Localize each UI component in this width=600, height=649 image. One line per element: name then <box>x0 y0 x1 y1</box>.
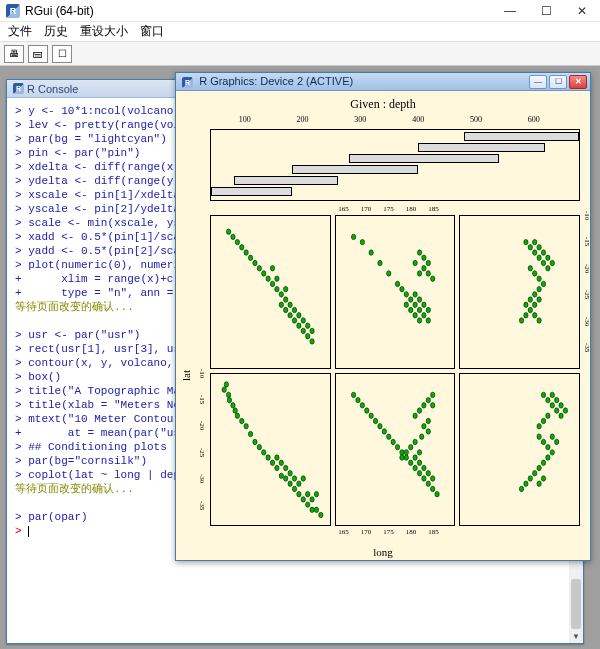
svg-point-52 <box>417 271 421 276</box>
svg-point-184 <box>529 475 533 480</box>
svg-point-135 <box>408 460 412 465</box>
svg-point-142 <box>426 480 430 485</box>
svg-point-99 <box>266 454 270 459</box>
svg-point-164 <box>550 402 554 407</box>
svg-point-133 <box>399 449 403 454</box>
graphics-window[interactable]: R R Graphics: Device 2 (ACTIVE) — ☐ ✕ Gi… <box>175 72 591 561</box>
svg-point-41 <box>408 307 412 312</box>
save-icon[interactable]: 🖴 <box>28 45 48 63</box>
svg-point-132 <box>395 444 399 449</box>
svg-point-49 <box>421 302 425 307</box>
svg-point-185 <box>537 480 541 485</box>
svg-point-48 <box>421 313 425 318</box>
svg-point-156 <box>413 413 417 418</box>
svg-point-119 <box>284 465 288 470</box>
svg-point-61 <box>529 245 533 250</box>
svg-point-59 <box>413 260 417 265</box>
svg-point-5 <box>248 255 252 260</box>
svg-point-120 <box>279 460 283 465</box>
svg-point-150 <box>413 439 417 444</box>
svg-point-141 <box>421 465 425 470</box>
svg-point-80 <box>524 302 528 307</box>
svg-point-126 <box>369 413 373 418</box>
svg-point-54 <box>426 271 430 276</box>
svg-point-98 <box>262 449 266 454</box>
svg-point-1 <box>231 234 235 239</box>
svg-point-55 <box>430 276 434 281</box>
console-title: R Console <box>27 83 78 95</box>
minimize-button[interactable]: — <box>492 0 528 22</box>
svg-point-8 <box>262 271 266 276</box>
svg-point-114 <box>310 507 314 512</box>
svg-point-115 <box>310 496 314 501</box>
graphics-titlebar[interactable]: R R Graphics: Device 2 (ACTIVE) — ☐ ✕ <box>176 73 590 91</box>
menu-resize[interactable]: 重设大小 <box>80 23 128 40</box>
menu-file[interactable]: 文件 <box>8 23 32 40</box>
svg-point-81 <box>529 307 533 312</box>
scatter-panel <box>210 215 331 369</box>
svg-point-171 <box>546 413 550 418</box>
shingle-box <box>210 129 580 201</box>
graphics-minimize-button[interactable]: — <box>529 75 547 89</box>
svg-point-30 <box>270 266 274 271</box>
svg-point-29 <box>275 276 279 281</box>
svg-point-173 <box>537 423 541 428</box>
svg-point-102 <box>279 473 283 478</box>
svg-point-50 <box>426 307 430 312</box>
console-icon: R <box>13 83 24 94</box>
svg-point-36 <box>395 281 399 286</box>
svg-point-124 <box>360 402 364 407</box>
svg-point-176 <box>546 444 550 449</box>
svg-point-187 <box>524 480 528 485</box>
svg-point-26 <box>310 339 314 344</box>
svg-point-83 <box>537 318 541 323</box>
svg-point-86 <box>224 381 228 386</box>
svg-point-145 <box>430 475 434 480</box>
svg-point-143 <box>426 470 430 475</box>
svg-point-37 <box>399 286 403 291</box>
svg-point-101 <box>275 465 279 470</box>
svg-point-140 <box>421 475 425 480</box>
svg-point-136 <box>413 465 417 470</box>
svg-point-79 <box>537 297 541 302</box>
svg-point-100 <box>270 460 274 465</box>
svg-point-166 <box>555 407 559 412</box>
svg-point-161 <box>430 402 434 407</box>
scroll-down-icon[interactable]: ▼ <box>569 629 583 643</box>
svg-point-6 <box>253 260 257 265</box>
svg-point-152 <box>419 433 423 438</box>
menu-window[interactable]: 窗口 <box>140 23 164 40</box>
svg-point-180 <box>546 454 550 459</box>
svg-point-53 <box>421 266 425 271</box>
svg-point-18 <box>292 318 296 323</box>
svg-point-96 <box>253 439 257 444</box>
svg-point-97 <box>257 444 261 449</box>
graphics-close-button[interactable]: ✕ <box>569 75 587 89</box>
maximize-button[interactable]: ☐ <box>528 0 564 22</box>
svg-point-157 <box>417 407 421 412</box>
svg-point-32 <box>360 239 364 244</box>
svg-point-2 <box>235 239 239 244</box>
menu-history[interactable]: 历史 <box>44 23 68 40</box>
svg-point-121 <box>275 454 279 459</box>
svg-point-69 <box>546 266 550 271</box>
svg-point-65 <box>537 255 541 260</box>
mdi-area: R R Console > y <- 10*1:ncol(volcano) > … <box>0 66 600 649</box>
svg-point-128 <box>377 423 381 428</box>
svg-point-15 <box>284 297 288 302</box>
svg-point-109 <box>297 480 301 485</box>
svg-point-51 <box>426 318 430 323</box>
scatter-panel <box>459 373 580 527</box>
scroll-thumb[interactable] <box>571 579 581 629</box>
svg-point-67 <box>542 260 546 265</box>
print-icon[interactable]: 🖶 <box>4 45 24 63</box>
svg-point-138 <box>417 460 421 465</box>
svg-point-125 <box>364 407 368 412</box>
svg-point-103 <box>284 475 288 480</box>
svg-point-47 <box>417 318 421 323</box>
graphics-maximize-button[interactable]: ☐ <box>549 75 567 89</box>
svg-point-167 <box>555 397 559 402</box>
window-icon[interactable]: ☐ <box>52 45 72 63</box>
close-button[interactable]: ✕ <box>564 0 600 22</box>
svg-point-147 <box>408 444 412 449</box>
